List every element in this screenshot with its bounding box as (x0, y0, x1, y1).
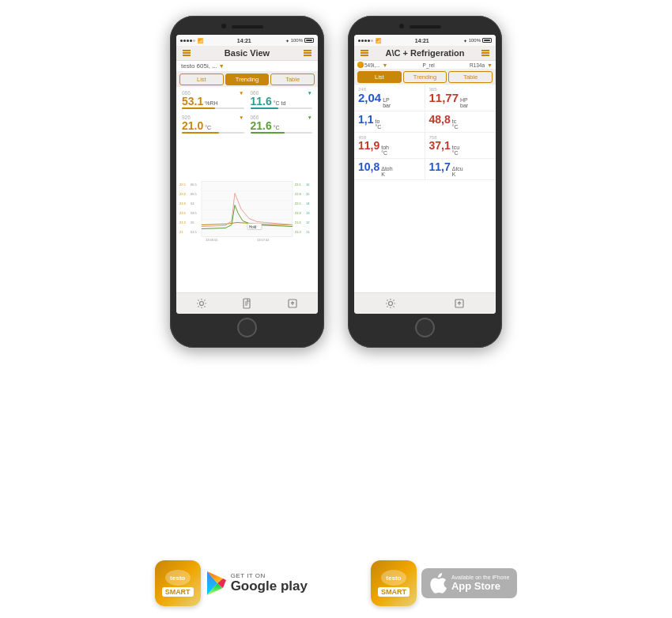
menu-left-icon-right[interactable] (361, 50, 368, 56)
lp-unit: LPbar (383, 97, 391, 108)
left-screen: 📶 14:21 ✦ 100% Basic View (176, 35, 318, 314)
svg-text:21.6: 21.6 (179, 211, 187, 215)
tab-list-left[interactable]: List (179, 73, 224, 85)
svg-text:21.3: 21.3 (295, 230, 302, 234)
bluetooth-icon: ✦ (285, 38, 289, 43)
play-store-logo (206, 571, 228, 596)
svg-text:11: 11 (306, 230, 310, 234)
reading-val-c1: 21.0 (182, 120, 203, 131)
toh-val-row: 11,9 toh°C (358, 140, 421, 156)
svg-text:21.6: 21.6 (295, 220, 302, 224)
rdot5 (371, 40, 373, 42)
upload-button-right[interactable] (451, 296, 467, 311)
right-phone-top (354, 22, 496, 35)
reading-c2: 066 ▼ 21.6 °C (248, 113, 315, 136)
testo-label-ios: testo (386, 575, 401, 582)
battery-icon-right (482, 38, 492, 43)
ac-refrigerant-group[interactable]: R134a ▼ (470, 62, 493, 68)
reading-c1: 926 ▼ 21.0 °C (179, 113, 247, 136)
to-value: 1,1 (358, 114, 373, 125)
app-store-badge[interactable]: Available on the iPhone App Store (421, 568, 517, 598)
dtcu-unit: ΔtcuK (452, 166, 463, 177)
stores-row: testo SMART (0, 554, 672, 618)
rdot3 (364, 40, 367, 42)
status-time-left: 14:21 (237, 38, 251, 43)
tab-trending-left[interactable]: Trending (225, 73, 270, 85)
phones-row: 📶 14:21 ✦ 100% Basic View (146, 0, 526, 554)
svg-text:16: 16 (306, 183, 310, 187)
settings-button-left[interactable] (194, 296, 210, 311)
tcu-cell: 758 37,1 tcu°C (425, 133, 496, 158)
toh-value: 11,9 (358, 140, 379, 151)
upload-button-left[interactable] (285, 296, 300, 311)
svg-text:66.5: 66.5 (191, 183, 198, 187)
dot3 (187, 40, 189, 42)
tab-table-right[interactable]: Table (448, 71, 493, 83)
svg-text:21: 21 (179, 230, 183, 234)
hline1 (183, 50, 191, 51)
dropdown-refrigerant: ▼ (487, 62, 493, 68)
dropdown-c2: ▼ (308, 115, 312, 120)
device-row-left[interactable]: testo 605i, ... ▼ (176, 61, 318, 72)
dropdown-arrow-left: ▼ (219, 63, 225, 69)
svg-text:13:57:42: 13:57:42 (257, 238, 270, 242)
wifi-icon: 📶 (198, 38, 203, 43)
reading-unit-td: °C td (274, 100, 286, 106)
dropdown-ac-device: ▼ (383, 62, 388, 68)
reading-unit-c1: °C (205, 125, 211, 130)
dtoh-cell: 10,8 ΔtohK (354, 159, 425, 179)
dtoh-unit: ΔtohK (381, 166, 392, 177)
ac-device-name: 549i,... (364, 62, 380, 68)
dot4 (190, 40, 192, 42)
smart-label-android: SMART (162, 587, 194, 597)
tcu-val-row: 37,1 tcu°C (429, 140, 493, 156)
lp-bar-cell: 246 2,04 LPbar (354, 85, 425, 111)
home-button-left[interactable] (237, 318, 257, 337)
toh-cell: 458 11,9 toh°C (354, 133, 425, 158)
bar-c1 (182, 132, 244, 134)
status-right-left: ✦ 100% (285, 38, 314, 43)
tab-trending-right[interactable]: Trending (403, 71, 447, 83)
rline3 (304, 55, 311, 56)
google-play-badge[interactable]: GET IT ON Google play (206, 571, 308, 596)
ac-header-row: 549i,... ▼ P_rel R134a ▼ (354, 61, 496, 70)
testo-top-ios: testo (381, 570, 406, 586)
svg-text:21.9: 21.9 (179, 202, 187, 205)
app-header-right: A\C + Refrigeration (354, 46, 496, 61)
ac-device-group[interactable]: 549i,... ▼ (357, 62, 387, 68)
device-name-left: testo 605i, ... (181, 62, 217, 70)
menu-right-icon-right[interactable] (481, 50, 489, 56)
rrline2 (481, 52, 489, 54)
reading-val-c2: 21.6 (251, 120, 272, 131)
rhline1 (361, 50, 368, 51)
dtcu-val-row: 11,7 ΔtcuK (429, 161, 493, 177)
app-store-text-group: Available on the iPhone App Store (451, 575, 509, 593)
rrline1 (481, 50, 489, 51)
tab-list-right[interactable]: List (357, 71, 402, 83)
bar-td (251, 107, 313, 109)
testo-label-android: testo (170, 575, 185, 582)
android-store-group: testo SMART (155, 560, 308, 606)
svg-text:Hold: Hold (249, 225, 257, 229)
svg-text:66.5: 66.5 (191, 192, 198, 196)
app-title-left: Basic View (225, 48, 270, 58)
to-val-row: 1,1 to°C (358, 114, 421, 130)
signal-dots-right (358, 40, 373, 42)
tab-table-left[interactable]: Table (270, 73, 315, 85)
tabs-right: List Trending Table (354, 70, 496, 85)
status-time-right: 14:21 (415, 38, 429, 43)
sensor-dot (357, 62, 364, 68)
svg-text:14: 14 (306, 202, 310, 205)
home-button-right[interactable] (415, 318, 435, 337)
status-bar-left: 📶 14:21 ✦ 100% (176, 35, 318, 46)
status-bar-right: 📶 14:21 ✦ 100% (354, 35, 496, 46)
reading-value-row-rh: 53.1 %RH (182, 96, 244, 107)
doc-button-left[interactable] (239, 296, 255, 311)
tcu-unit: tcu°C (452, 145, 459, 156)
reading-td: 066 ▼ 11.6 °C td (248, 89, 315, 111)
svg-text:15: 15 (306, 192, 310, 196)
settings-button-right[interactable] (383, 296, 398, 311)
testo-top-android: testo (165, 570, 191, 586)
menu-right-icon[interactable] (304, 50, 311, 56)
menu-left-icon[interactable] (183, 50, 191, 56)
